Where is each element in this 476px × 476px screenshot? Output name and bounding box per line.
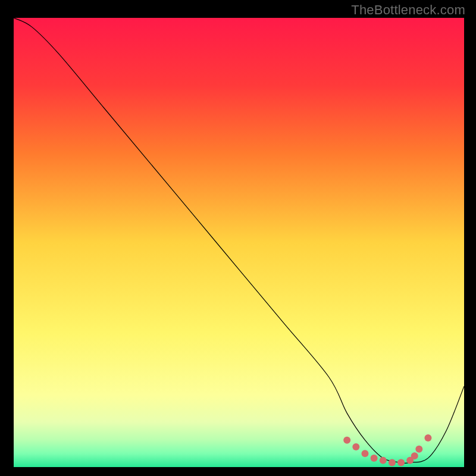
plot-background [14, 18, 464, 467]
chart-frame: TheBottleneck.com [0, 0, 476, 476]
optimal-marker [424, 434, 431, 441]
optimal-marker [343, 437, 350, 444]
optimal-marker [397, 459, 405, 466]
optimal-marker [371, 455, 378, 462]
chart-canvas [0, 0, 476, 476]
watermark-text: TheBottleneck.com [351, 2, 465, 18]
optimal-marker [380, 457, 387, 464]
optimal-marker [415, 446, 422, 453]
optimal-marker [411, 452, 418, 459]
optimal-marker [389, 459, 396, 466]
optimal-marker [352, 443, 359, 450]
optimal-marker [361, 450, 368, 457]
